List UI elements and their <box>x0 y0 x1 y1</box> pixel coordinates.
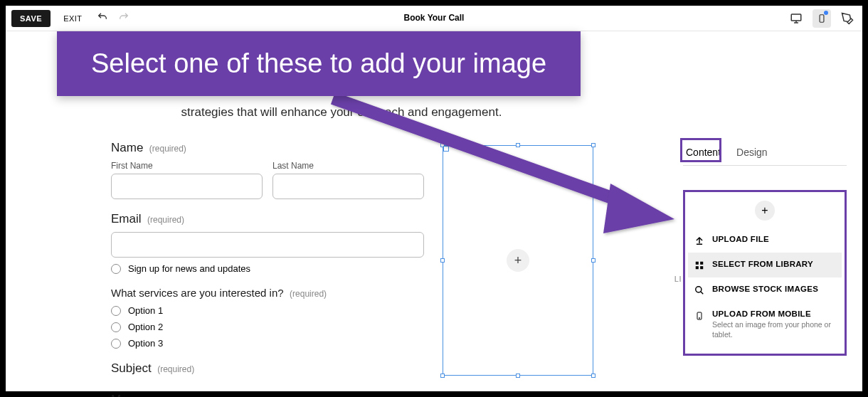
last-name-input[interactable] <box>272 174 424 199</box>
email-required: (required) <box>147 215 184 225</box>
desktop-view-icon[interactable] <box>787 9 805 28</box>
subject-required: (required) <box>157 364 194 374</box>
signup-label: Sign up for news and updates <box>128 263 250 274</box>
name-required: (required) <box>149 144 186 154</box>
service-option-radio[interactable] <box>111 339 121 349</box>
menu-select-library[interactable]: SELECT FROM LIBRARY <box>688 253 842 277</box>
redo-icon[interactable] <box>118 11 129 26</box>
undo-icon[interactable] <box>97 11 108 26</box>
email-field-group: Email (required) Sign up for news and up… <box>111 212 424 274</box>
service-option-radio[interactable] <box>111 306 121 316</box>
intro-text: strategies that will enhance your outrea… <box>111 105 572 120</box>
first-name-label: First Name <box>111 161 263 171</box>
brush-icon[interactable] <box>838 9 857 28</box>
menu-upload-file[interactable]: UPLOAD FILE <box>688 228 842 253</box>
link-section-label: LI <box>674 275 682 283</box>
email-label: Email <box>111 212 142 226</box>
first-name-input[interactable] <box>111 174 263 199</box>
add-image-button[interactable]: + <box>507 249 529 272</box>
email-input[interactable] <box>111 232 424 258</box>
service-option-radio[interactable] <box>111 322 121 332</box>
mobile-icon <box>694 310 705 322</box>
add-button[interactable]: + <box>755 201 775 221</box>
tab-design[interactable]: Design <box>734 141 771 165</box>
resize-handle[interactable] <box>591 143 596 147</box>
mobile-view-icon[interactable] <box>813 9 831 28</box>
svg-rect-2 <box>696 262 699 265</box>
subject-label: Subject <box>111 361 152 376</box>
menu-upload-mobile[interactable]: UPLOAD FROM MOBILE Select an image from … <box>688 302 842 346</box>
service-option-label: Option 2 <box>128 322 163 332</box>
name-field-group: Name (required) First Name Last Name <box>111 141 424 199</box>
svg-rect-4 <box>696 266 699 269</box>
svg-rect-0 <box>791 14 801 21</box>
svg-rect-3 <box>700 262 703 265</box>
resize-handle[interactable] <box>440 258 445 263</box>
svg-rect-5 <box>700 266 703 269</box>
menu-browse-stock[interactable]: BROWSE STOCK IMAGES <box>688 277 842 302</box>
svg-point-6 <box>696 287 702 292</box>
tab-content[interactable]: Content <box>683 141 724 165</box>
svg-rect-1 <box>820 14 824 22</box>
search-icon <box>694 285 705 295</box>
resize-handle[interactable] <box>440 143 445 147</box>
svg-point-8 <box>699 318 700 319</box>
page-title-group: Book Your Call <box>404 14 465 23</box>
image-block-selected[interactable]: + <box>443 145 593 376</box>
resize-handle[interactable] <box>440 374 445 378</box>
message-field-group: Message (required) <box>111 393 424 397</box>
image-settings-panel: Content Design + UPLOAD FILE SELECT FROM… <box>683 141 847 356</box>
upload-icon <box>694 235 705 245</box>
resize-handle[interactable] <box>516 374 520 378</box>
resize-handle[interactable] <box>591 258 596 263</box>
last-name-label: Last Name <box>272 161 424 171</box>
service-option-label: Option 3 <box>128 338 163 349</box>
page-title: Book Your Call <box>404 14 465 23</box>
library-icon <box>694 260 705 270</box>
resize-handle[interactable] <box>516 143 520 147</box>
annotation-highlight-menu: + UPLOAD FILE SELECT FROM LIBRARY BROWSE… <box>683 190 847 356</box>
message-label: Message <box>111 393 160 397</box>
annotation-callout: Select one of these to add your image <box>57 31 581 96</box>
signup-checkbox[interactable] <box>111 264 121 274</box>
exit-button[interactable]: EXIT <box>63 14 82 23</box>
services-label: What services are you interested in? <box>111 287 284 299</box>
name-label: Name <box>111 141 143 155</box>
services-required: (required) <box>290 289 327 299</box>
subject-field-group: Subject (required) <box>111 361 424 376</box>
top-toolbar: SAVE EXIT Book Your Call <box>6 6 862 31</box>
save-button[interactable]: SAVE <box>11 10 51 27</box>
resize-handle[interactable] <box>591 374 596 378</box>
services-field-group: What services are you interested in? (re… <box>111 287 424 349</box>
service-option-label: Option 1 <box>128 305 163 316</box>
